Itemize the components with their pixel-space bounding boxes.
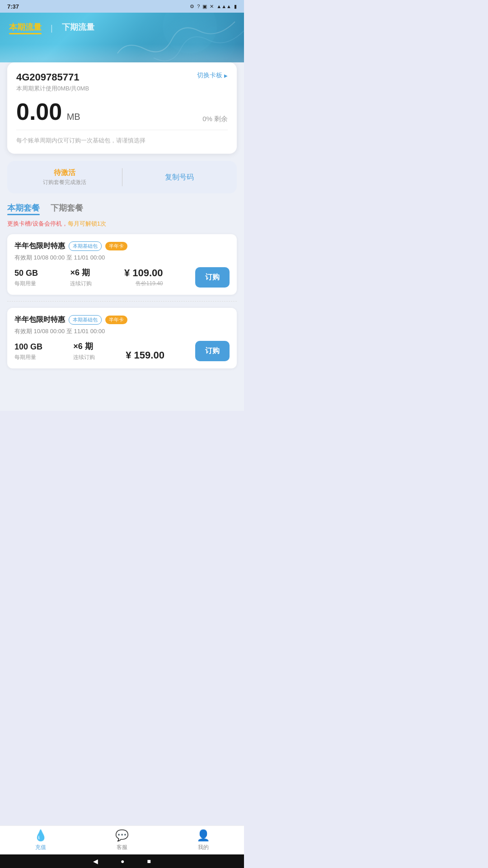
pkg-buy-button-2[interactable]: 订购 bbox=[195, 341, 230, 361]
percent-value: 0% bbox=[202, 115, 212, 123]
pkg-periods-label-2: 连续订购 bbox=[73, 354, 95, 361]
pkg-validity-2: 有效期 10/08 00:00 至 11/01 00:00 bbox=[14, 327, 230, 335]
usage-value-container: 0.00 MB bbox=[16, 100, 80, 123]
sim-sub-text: 本周期累计使用0MB/共0MB bbox=[16, 85, 89, 93]
pkg-data-value-1: 50 GB bbox=[14, 269, 38, 278]
pkg-periods-value-1: ×6 期 bbox=[70, 267, 92, 278]
pkg-price-col-2: ¥ 159.00 bbox=[126, 349, 164, 361]
usage-divider-line bbox=[16, 130, 228, 130]
pkg-data-value-2: 100 GB bbox=[14, 342, 42, 352]
usage-display: 0.00 MB 0% 剩余 bbox=[16, 100, 228, 123]
activation-status: 待激活 bbox=[54, 168, 75, 178]
pkg-badge-blue-1: 本期基础包 bbox=[69, 241, 102, 251]
switch-card-button[interactable]: 切换卡板 bbox=[197, 71, 228, 80]
usage-percent: 0% 剩余 bbox=[202, 115, 228, 123]
package-item-1: 半年包限时特惠 本期基础包 半年卡 有效期 10/08 00:00 至 11/0… bbox=[7, 234, 237, 295]
usage-number: 0.00 bbox=[16, 99, 62, 125]
copy-number-button[interactable]: 复制号码 bbox=[165, 173, 194, 182]
status-time: 7:37 bbox=[7, 3, 19, 10]
pkg-data-label-1: 每期用量 bbox=[14, 280, 38, 288]
warning-text: 更换卡槽/设备会停机，每月可解锁1次 bbox=[7, 220, 237, 228]
pkg-validity-1: 有效期 10/08 00:00 至 11/01 00:00 bbox=[14, 254, 230, 262]
pkg-periods-2: ×6 期 连续订购 bbox=[73, 341, 95, 361]
pkg-divider bbox=[7, 301, 237, 302]
pkg-title-row-1: 半年包限时特惠 本期基础包 半年卡 bbox=[14, 241, 230, 251]
package-item-2: 半年包限时特惠 本期基础包 半年卡 有效期 10/08 00:00 至 11/0… bbox=[7, 308, 237, 368]
sim-id: 4G209785771 bbox=[16, 71, 89, 83]
help-icon: ? bbox=[197, 4, 200, 9]
pkg-original-price-1: 售价119.40 bbox=[136, 280, 163, 288]
pkg-price-1: ¥ 109.00 bbox=[124, 267, 163, 279]
pkg-data-amount-1: 50 GB 每期用量 bbox=[14, 269, 38, 288]
pkg-title-2: 半年包限时特惠 bbox=[14, 315, 65, 325]
pkg-title-1: 半年包限时特惠 bbox=[14, 241, 65, 251]
pkg-buy-button-1[interactable]: 订购 bbox=[195, 267, 230, 288]
pkg-badge-orange-1: 半年卡 bbox=[105, 242, 127, 250]
tab-divider: | bbox=[51, 24, 53, 33]
pkg-price-2: ¥ 159.00 bbox=[126, 349, 164, 361]
signal-no-icon: ✕ bbox=[210, 4, 214, 9]
pkg-badge-orange-2: 半年卡 bbox=[105, 316, 127, 324]
header-tabs: 本期流量 | 下期流量 bbox=[9, 22, 235, 42]
settings-icon: ⚙ bbox=[190, 4, 194, 9]
warning-highlight: 每月可解锁1次 bbox=[68, 220, 106, 227]
pkg-periods-label-1: 连续订购 bbox=[70, 280, 92, 288]
warning-main: 更换卡槽/设备会停机， bbox=[7, 220, 68, 227]
activation-status-area: 待激活 订购套餐完成激活 bbox=[7, 168, 122, 186]
pkg-badge-blue-2: 本期基础包 bbox=[69, 315, 102, 325]
pkg-details-row-2: 100 GB 每期用量 ×6 期 连续订购 ¥ 159.00 订购 bbox=[14, 341, 230, 361]
tab-current-flow[interactable]: 本期流量 bbox=[9, 22, 42, 34]
usage-unit: MB bbox=[67, 112, 80, 122]
status-bar: 7:37 ⚙ ? ▣ ✕ ▲▲▲ ▮ bbox=[0, 0, 244, 13]
activation-status-sub: 订购套餐完成激活 bbox=[43, 179, 86, 186]
pkg-title-row-2: 半年包限时特惠 本期基础包 半年卡 bbox=[14, 315, 230, 325]
card-header: 4G209785771 本周期累计使用0MB/共0MB 切换卡板 bbox=[16, 71, 228, 93]
sim-info-card: 4G209785771 本周期累计使用0MB/共0MB 切换卡板 0.00 MB… bbox=[7, 62, 237, 154]
status-icons: ⚙ ? ▣ ✕ ▲▲▲ ▮ bbox=[190, 4, 237, 9]
pkg-details-row-1: 50 GB 每期用量 ×6 期 连续订购 ¥ 109.00 售价119.40 订… bbox=[14, 267, 230, 288]
sim-info-left: 4G209785771 本周期累计使用0MB/共0MB bbox=[16, 71, 89, 93]
main-content: 4G209785771 本周期累计使用0MB/共0MB 切换卡板 0.00 MB… bbox=[0, 62, 244, 411]
pkg-data-amount-2: 100 GB 每期用量 bbox=[14, 342, 42, 361]
tab-next-package[interactable]: 下期套餐 bbox=[51, 203, 83, 215]
battery-icon: ▮ bbox=[234, 4, 237, 9]
package-section: 本期套餐 下期套餐 更换卡槽/设备会停机，每月可解锁1次 半年包限时特惠 本期基… bbox=[7, 203, 237, 368]
pkg-periods-1: ×6 期 连续订购 bbox=[70, 267, 92, 288]
usage-note: 每个账单周期内仅可订购一次基础包，请谨慎选择 bbox=[16, 137, 228, 145]
action-row: 待激活 订购套餐完成激活 复制号码 bbox=[7, 161, 237, 193]
pkg-data-label-2: 每期用量 bbox=[14, 354, 42, 361]
sim-icon: ▣ bbox=[202, 4, 207, 9]
copy-number-area[interactable]: 复制号码 bbox=[122, 173, 237, 182]
remain-label: 剩余 bbox=[214, 115, 228, 123]
tab-next-flow[interactable]: 下期流量 bbox=[62, 22, 94, 34]
package-tabs: 本期套餐 下期套餐 bbox=[7, 203, 237, 215]
signal-icon: ▲▲▲ bbox=[216, 4, 231, 9]
tab-current-package[interactable]: 本期套餐 bbox=[7, 203, 40, 215]
pkg-periods-value-2: ×6 期 bbox=[73, 341, 95, 352]
pkg-price-col-1: ¥ 109.00 售价119.40 bbox=[124, 267, 163, 288]
